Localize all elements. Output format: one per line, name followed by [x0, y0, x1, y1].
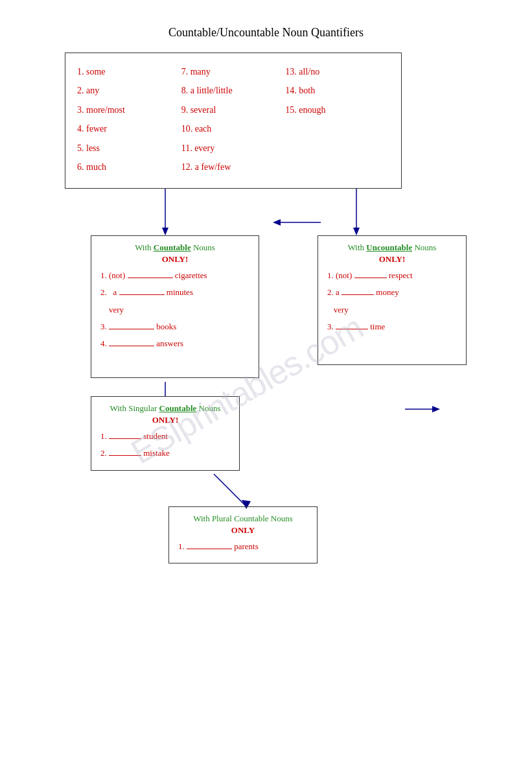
q6: 6. much: [77, 158, 181, 176]
uncountable-ex2-very: very: [327, 303, 457, 317]
singular-ex2: 2. mistake: [100, 446, 230, 460]
q1: 1. some: [77, 62, 181, 81]
col1: 1. some 2. any 3. more/most 4. fewer 5. …: [77, 62, 181, 176]
uncountable-only-label: ONLY!: [327, 254, 457, 265]
q9: 9. several: [181, 101, 286, 119]
q5: 5. less: [77, 139, 181, 158]
q10: 10. each: [181, 119, 286, 138]
svg-marker-3: [353, 228, 360, 235]
q14: 14. both: [285, 81, 389, 100]
q12: 12. a few/few: [181, 158, 286, 176]
uncountable-ex2: 2. a money: [327, 285, 457, 300]
plural-box-title: With Plural Countable Nouns: [178, 514, 308, 524]
svg-marker-8: [432, 406, 440, 412]
page-title: Countable/Uncountable Noun Quantifiers: [39, 26, 493, 40]
countable-ex3: 3. books: [100, 320, 249, 334]
singular-only-label: ONLY!: [100, 415, 230, 425]
countable-box: With Countable Nouns ONLY! 1. (not) ciga…: [91, 235, 259, 378]
col3: 13. all/no 14. both 15. enough: [285, 62, 389, 176]
uncountable-box: With Uncountable Nouns ONLY! 1. (not) re…: [318, 235, 467, 365]
countable-ex2-very: very: [100, 303, 249, 317]
singular-ex1: 1. student: [100, 429, 230, 444]
quantifier-list-box: 1. some 2. any 3. more/most 4. fewer 5. …: [65, 53, 402, 189]
countable-ex4: 4. answers: [100, 337, 249, 351]
svg-marker-5: [273, 219, 281, 226]
svg-marker-1: [162, 228, 168, 235]
uncountable-box-title: With Uncountable Nouns: [327, 243, 457, 253]
plural-only-label: ONLY: [178, 525, 308, 536]
countable-ex2: 2. a minutes: [100, 285, 249, 300]
q15: 15. enough: [285, 101, 389, 119]
q13: 13. all/no: [285, 62, 389, 81]
countable-box-title: With Countable Nouns: [100, 243, 249, 253]
singular-box-title: With Singular Countable Nouns: [100, 403, 230, 414]
quantifier-columns: 1. some 2. any 3. more/most 4. fewer 5. …: [77, 62, 389, 176]
svg-line-9: [214, 474, 246, 506]
plural-box: With Plural Countable Nouns ONLY 1. pare…: [168, 506, 318, 563]
countable-only-label: ONLY!: [100, 254, 249, 265]
plural-ex1: 1. parents: [178, 539, 308, 554]
uncountable-ex3: 3. time: [327, 320, 457, 334]
q4: 4. fewer: [77, 119, 181, 138]
q8: 8. a little/little: [181, 81, 286, 100]
uncountable-ex1: 1. (not) respect: [327, 268, 457, 283]
col2: 7. many 8. a little/little 9. several 10…: [181, 62, 286, 176]
countable-ex1: 1. (not) cigarettes: [100, 268, 249, 283]
q11: 11. every: [181, 139, 286, 158]
q2: 2. any: [77, 81, 181, 100]
q7: 7. many: [181, 62, 286, 81]
singular-box: With Singular Countable Nouns ONLY! 1. s…: [91, 396, 240, 470]
worksheet-container: With Countable Nouns ONLY! 1. (not) ciga…: [65, 189, 518, 694]
q3: 3. more/most: [77, 101, 181, 119]
